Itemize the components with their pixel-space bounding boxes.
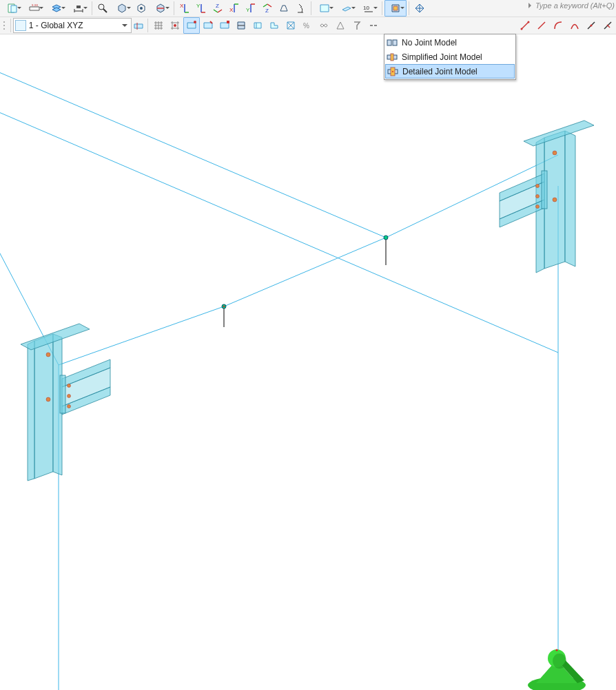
coord-system-label: 1 - Global XYZ: [29, 21, 117, 30]
svg-rect-75: [391, 54, 393, 61]
svg-point-93: [46, 353, 50, 357]
menu-item-detailed-joint[interactable]: Detailed Joint Model: [385, 64, 515, 79]
view-neg-x-button[interactable]: X: [226, 0, 243, 17]
svg-point-102: [536, 195, 540, 198]
svg-point-100: [553, 198, 557, 202]
svg-rect-72: [387, 40, 391, 45]
svg-point-97: [68, 405, 71, 408]
svg-point-65: [521, 28, 523, 30]
triangle-button[interactable]: [332, 17, 349, 34]
grip-icon[interactable]: [1, 17, 8, 34]
model-viewport[interactable]: [0, 34, 616, 690]
dimension-button[interactable]: [68, 0, 90, 17]
svg-line-27: [263, 4, 267, 7]
length-button[interactable]: 10: [358, 0, 380, 17]
shape6-button[interactable]: [266, 17, 283, 34]
grid-dense-button[interactable]: [150, 17, 167, 34]
infinity-button[interactable]: [316, 17, 332, 34]
keyword-search[interactable]: Type a keyword (Alt+Q): [528, 1, 615, 10]
section-button[interactable]: [150, 0, 172, 17]
menu-item-no-joint[interactable]: No Joint Model: [385, 35, 515, 50]
link2-button[interactable]: [533, 17, 550, 34]
joint-detailed-icon: [387, 66, 398, 77]
slash1-button[interactable]: [583, 17, 599, 34]
view-neg-y-button[interactable]: Y: [243, 0, 259, 17]
svg-point-89: [384, 236, 388, 240]
steel-joint-left: [21, 324, 110, 481]
view-y-button[interactable]: Y: [193, 0, 209, 17]
dash-button[interactable]: [365, 17, 382, 34]
shape1-button[interactable]: [183, 17, 200, 34]
svg-rect-54: [220, 23, 229, 28]
svg-point-103: [536, 205, 540, 209]
gamma-button[interactable]: [349, 17, 365, 34]
svg-point-50: [174, 24, 176, 27]
svg-rect-73: [393, 40, 397, 45]
shape7-button[interactable]: [283, 17, 299, 34]
toolbar-secondary: 1 - Global XYZ %: [0, 17, 616, 34]
svg-line-85: [224, 238, 386, 306]
svg-text:%: %: [303, 22, 309, 30]
joint-none-icon: [387, 37, 398, 48]
svg-point-91: [223, 306, 225, 307]
shape3-button[interactable]: [216, 17, 233, 34]
svg-point-69: [591, 25, 593, 27]
coord-swatch-icon: [15, 20, 26, 31]
shape2-button[interactable]: [200, 17, 216, 34]
mesh-button[interactable]: [411, 0, 428, 17]
svg-rect-1: [11, 6, 17, 12]
plane-button[interactable]: [336, 0, 358, 17]
fit-button[interactable]: [133, 0, 150, 17]
menu-item-simplified-joint[interactable]: Simplified Joint Model: [385, 50, 515, 64]
view-x-button[interactable]: X: [176, 0, 193, 17]
svg-text:10: 10: [363, 5, 369, 11]
svg-line-19: [218, 10, 222, 12]
slash2-button[interactable]: [599, 17, 616, 34]
svg-point-94: [46, 397, 50, 401]
layer-button[interactable]: [45, 0, 68, 17]
snap-button[interactable]: [132, 17, 145, 34]
chevron-down-icon: [120, 21, 130, 30]
svg-rect-7: [76, 6, 81, 8]
svg-line-64: [522, 22, 528, 29]
shape5-button[interactable]: [249, 17, 266, 34]
svg-line-28: [267, 4, 271, 7]
isometric-button[interactable]: [111, 0, 133, 17]
shape4-button[interactable]: [233, 17, 249, 34]
triangle-right-icon: [528, 3, 534, 8]
perspective-button[interactable]: [276, 0, 292, 17]
arc1-button[interactable]: [550, 17, 566, 34]
view-z-button[interactable]: Z: [209, 0, 226, 17]
panel-button[interactable]: [314, 0, 336, 17]
svg-rect-38: [134, 24, 143, 28]
menu-label: Simplified Joint Model: [402, 52, 482, 62]
svg-rect-30: [320, 5, 329, 12]
microscope-button[interactable]: [292, 0, 309, 17]
svg-point-107: [556, 649, 558, 651]
link1-button[interactable]: [517, 17, 533, 34]
joint-model-button[interactable]: [384, 0, 407, 17]
svg-text:X: X: [180, 3, 184, 9]
svg-line-9: [103, 9, 107, 12]
svg-rect-55: [227, 21, 229, 23]
svg-text:X: X: [229, 7, 234, 13]
zoom-button[interactable]: [94, 0, 111, 17]
script-button[interactable]: [1, 0, 23, 17]
percent-button[interactable]: %: [299, 17, 316, 34]
svg-line-80: [0, 107, 558, 353]
ruler-button[interactable]: x.xx: [23, 0, 45, 17]
coord-system-select[interactable]: 1 - Global XYZ: [13, 18, 132, 33]
svg-rect-34: [393, 6, 398, 10]
svg-point-37: [3, 28, 5, 30]
svg-point-101: [536, 185, 540, 188]
svg-point-96: [68, 395, 71, 398]
svg-text:Z: Z: [265, 8, 269, 14]
svg-point-10: [140, 7, 143, 10]
grid-snap-button[interactable]: [167, 17, 183, 34]
svg-rect-51: [187, 23, 196, 28]
arc2-button[interactable]: [566, 17, 583, 34]
view-neg-z-button[interactable]: Z: [259, 0, 276, 17]
svg-rect-58: [254, 23, 261, 28]
steel-joint-right: [500, 121, 594, 273]
joint-model-menu: No Joint Model Simplified Joint Model De…: [384, 34, 516, 80]
